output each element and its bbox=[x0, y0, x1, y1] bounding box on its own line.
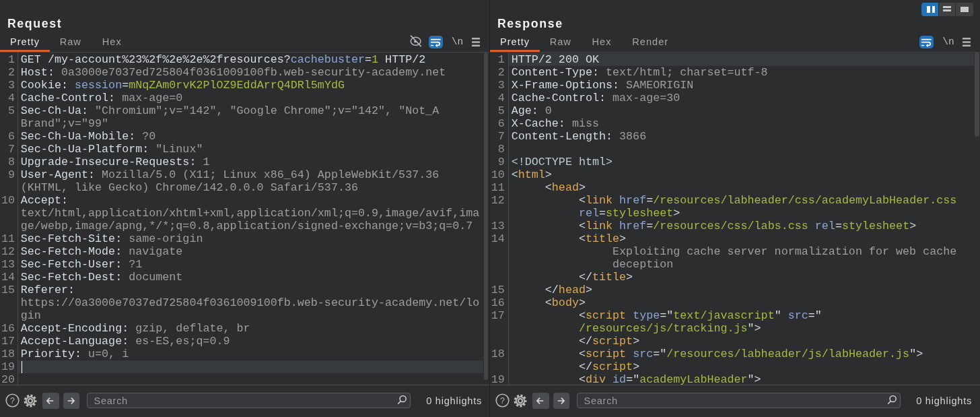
svg-text:?: ? bbox=[500, 396, 505, 406]
svg-text:?: ? bbox=[10, 396, 15, 406]
